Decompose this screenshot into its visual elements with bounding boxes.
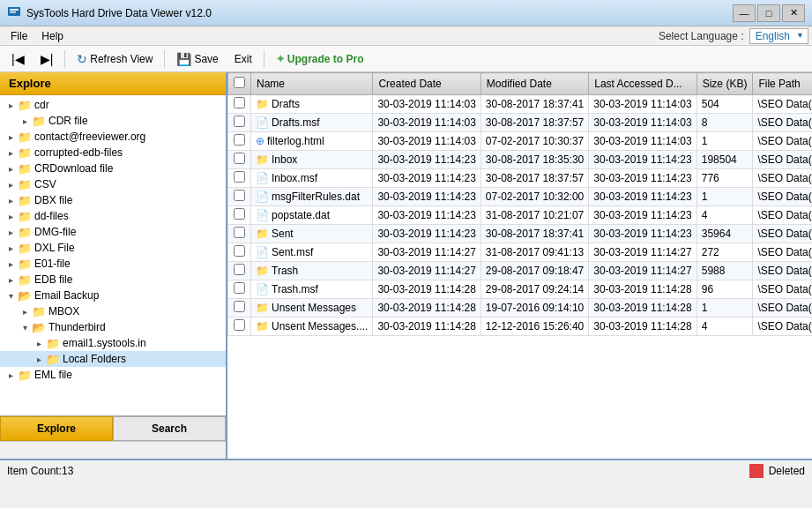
checkbox-2[interactable]: [234, 134, 245, 146]
tree-expander-dmg[interactable]: ▸: [4, 225, 18, 239]
checkbox-11[interactable]: [234, 301, 245, 312]
checkbox-7[interactable]: [234, 227, 245, 238]
tree-item-csv[interactable]: ▸📁CSV: [0, 176, 226, 192]
tree-item-dbx[interactable]: ▸📁DBX file: [0, 192, 226, 208]
folder-blue-icon: 📁: [256, 302, 269, 314]
table-row[interactable]: 📁Drafts30-03-2019 11:14:0330-08-2017 18:…: [228, 95, 813, 114]
tree-expander-contact[interactable]: ▸: [4, 130, 18, 144]
refresh-button[interactable]: ↻ Refresh View: [71, 49, 159, 70]
tree-item-emailbackup[interactable]: ▾📂Email Backup: [0, 288, 226, 303]
tab-explore[interactable]: Explore: [0, 416, 113, 441]
table-row[interactable]: 📄popstate.dat30-03-2019 11:14:2331-08-20…: [228, 206, 813, 225]
row-checkbox-5[interactable]: [228, 188, 251, 206]
tree-expander-corrupted[interactable]: ▸: [4, 146, 18, 160]
tree-expander-thunderbird[interactable]: ▾: [18, 320, 32, 334]
row-checkbox-12[interactable]: [228, 318, 251, 336]
table-scroll[interactable]: Name Created Date Modified Date Last Acc…: [227, 72, 812, 459]
col-name[interactable]: Name: [251, 73, 373, 95]
tree-expander-localfolders[interactable]: ▸: [32, 352, 46, 366]
checkbox-4[interactable]: [234, 171, 245, 183]
tree-expander-dd[interactable]: ▸: [4, 209, 18, 223]
exit-button[interactable]: Exit: [228, 49, 258, 69]
tree-item-e01[interactable]: ▸📁E01-file: [0, 256, 226, 272]
tree-item-cdr-file[interactable]: ▸📁CDR file: [0, 113, 226, 129]
tree-item-dmg[interactable]: ▸📁DMG-file: [0, 224, 226, 240]
prev-button[interactable]: |◀: [5, 49, 31, 70]
select-all-checkbox[interactable]: [234, 77, 245, 88]
tree-item-contact[interactable]: ▸📁contact@freeviewer.org: [0, 129, 226, 145]
row-checkbox-8[interactable]: [228, 243, 251, 262]
checkbox-3[interactable]: [234, 153, 245, 164]
table-row[interactable]: 📁Sent30-03-2019 11:14:2330-08-2017 18:37…: [228, 225, 813, 243]
tree-item-edb[interactable]: ▸📁EDB file: [0, 272, 226, 288]
col-created[interactable]: Created Date: [373, 73, 480, 95]
tree-expander-email1[interactable]: ▸: [32, 336, 46, 350]
row-checkbox-3[interactable]: [228, 151, 251, 169]
tree-item-email1[interactable]: ▸📁email1.systools.in: [0, 335, 226, 351]
upgrade-button[interactable]: ✦ Upgrade to Pro: [270, 49, 370, 69]
checkbox-5[interactable]: [234, 190, 245, 201]
col-modified[interactable]: Modified Date: [480, 73, 588, 95]
table-row[interactable]: 📁Unsent Messages30-03-2019 11:14:2819-07…: [228, 299, 813, 318]
menu-file[interactable]: File: [4, 28, 34, 44]
menu-help[interactable]: Help: [34, 28, 71, 44]
exit-label: Exit: [235, 53, 252, 65]
row-checkbox-1[interactable]: [228, 114, 251, 132]
table-row[interactable]: 📁Unsent Messages....30-03-2019 11:14:281…: [228, 318, 813, 336]
row-checkbox-11[interactable]: [228, 299, 251, 318]
tree-item-mbox[interactable]: ▸📁MBOX: [0, 303, 226, 319]
tree-expander-mbox[interactable]: ▸: [18, 304, 32, 318]
minimize-button[interactable]: —: [733, 4, 756, 22]
tree-item-corrupted[interactable]: ▸📁corrupted-edb-files: [0, 145, 226, 161]
checkbox-0[interactable]: [234, 97, 245, 108]
col-size[interactable]: Size (KB): [697, 73, 753, 95]
checkbox-1[interactable]: [234, 116, 245, 127]
tree-expander-cdr[interactable]: ▸: [4, 98, 18, 112]
checkbox-12[interactable]: [234, 319, 245, 331]
tree-expander-crdownload[interactable]: ▸: [4, 161, 18, 176]
col-filepath[interactable]: File Path: [753, 73, 812, 95]
next-button[interactable]: ▶|: [34, 49, 60, 70]
tree-expander-dbx[interactable]: ▸: [4, 193, 18, 207]
tree-item-localfolders[interactable]: ▸📁Local Folders: [0, 351, 226, 367]
table-row[interactable]: 📄Sent.msf30-03-2019 11:14:2731-08-2017 0…: [228, 243, 813, 262]
row-checkbox-4[interactable]: [228, 169, 251, 188]
row-checkbox-7[interactable]: [228, 225, 251, 243]
row-checkbox-6[interactable]: [228, 206, 251, 225]
tree-item-thunderbird[interactable]: ▾📂Thunderbird: [0, 319, 226, 335]
table-row[interactable]: 📁Inbox30-03-2019 11:14:2330-08-2017 18:3…: [228, 151, 813, 169]
tree-expander-edb[interactable]: ▸: [4, 273, 18, 287]
tree-expander-e01[interactable]: ▸: [4, 257, 18, 271]
table-row[interactable]: 📄Trash.msf30-03-2019 11:14:2829-08-2017 …: [228, 280, 813, 299]
tab-search[interactable]: Search: [113, 416, 226, 441]
tree-expander-csv[interactable]: ▸: [4, 177, 18, 191]
tree-expander-dxl[interactable]: ▸: [4, 241, 18, 255]
tree-expander-emailbackup[interactable]: ▾: [4, 288, 18, 303]
tree-item-emlfile[interactable]: ▸📁EML file: [0, 367, 226, 383]
table-row[interactable]: 📄Inbox.msf30-03-2019 11:14:2330-08-2017 …: [228, 169, 813, 188]
table-row[interactable]: 📄Drafts.msf30-03-2019 11:14:0330-08-2017…: [228, 114, 813, 132]
tree-item-crdownload[interactable]: ▸📁CRDownload file: [0, 161, 226, 176]
row-checkbox-9[interactable]: [228, 262, 251, 280]
tree-item-dxl[interactable]: ▸📁DXL File: [0, 240, 226, 256]
row-checkbox-0[interactable]: [228, 95, 251, 114]
save-button[interactable]: 💾 Save: [170, 49, 224, 70]
col-accessed[interactable]: Last Accessed D...: [589, 73, 697, 95]
table-row[interactable]: 📄msgFilterRules.dat30-03-2019 11:14:2307…: [228, 188, 813, 206]
checkbox-9[interactable]: [234, 264, 245, 275]
checkbox-8[interactable]: [234, 245, 245, 257]
close-button[interactable]: ✕: [782, 4, 805, 22]
tree-expander-emlfile[interactable]: ▸: [4, 368, 18, 382]
tree-item-dd[interactable]: ▸📁dd-files: [0, 208, 226, 224]
tree-expander-cdr-file[interactable]: ▸: [18, 114, 32, 128]
table-row[interactable]: 📁Trash30-03-2019 11:14:2729-08-2017 09:1…: [228, 262, 813, 280]
tree-area[interactable]: ▸📁cdr▸📁CDR file▸📁contact@freeviewer.org▸…: [0, 95, 226, 415]
maximize-button[interactable]: □: [757, 4, 780, 22]
table-row[interactable]: ⊕filterlog.html30-03-2019 11:14:0307-02-…: [228, 132, 813, 151]
tree-item-cdr[interactable]: ▸📁cdr: [0, 97, 226, 113]
language-dropdown[interactable]: English ▼: [749, 28, 808, 44]
checkbox-10[interactable]: [234, 282, 245, 294]
row-checkbox-10[interactable]: [228, 280, 251, 299]
row-checkbox-2[interactable]: [228, 132, 251, 151]
checkbox-6[interactable]: [234, 208, 245, 220]
